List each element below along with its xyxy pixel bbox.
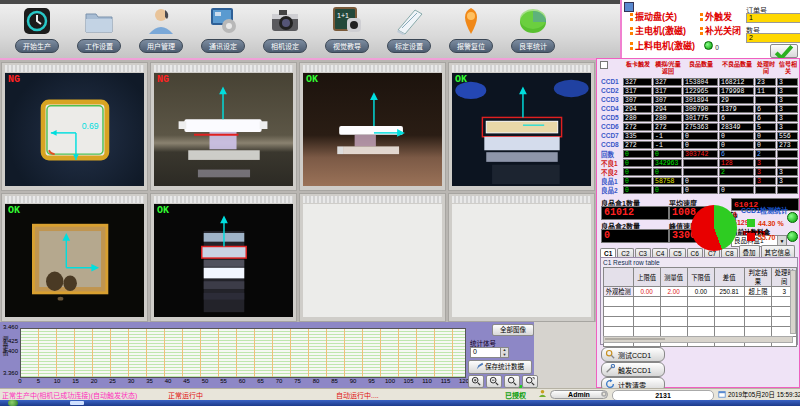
camera-view-7[interactable] — [299, 193, 446, 322]
windows-taskbar[interactable] — [0, 400, 800, 406]
stats-cell: 3 — [777, 168, 798, 176]
zoom-out-icon[interactable] — [486, 375, 502, 388]
toolbar-button-相机设定[interactable]: 相机设定 — [254, 6, 316, 56]
x-tick-label: 100 — [383, 378, 397, 384]
stats-col-header: 处理时间 — [755, 61, 777, 75]
stats-cell: 3 — [777, 78, 798, 86]
camera-view-1[interactable]: 0.69 NG — [1, 62, 148, 191]
camera-icon — [269, 6, 301, 38]
stats-row: CCD3307307301894293 — [599, 95, 799, 104]
x-tick-label: 40 — [161, 378, 175, 384]
toolbar-button-开始生产[interactable]: 开始生产 — [6, 6, 68, 56]
x-tick-label: 35 — [143, 378, 157, 384]
stats-cell: 301775 — [683, 114, 718, 122]
toolbar-button-label: 视觉教导 — [325, 39, 369, 53]
result-col-header: 差值 — [714, 268, 744, 287]
camera-view-2[interactable]: NG — [150, 62, 297, 191]
toolbar-button-标定设置[interactable]: 标定设置 — [378, 6, 440, 56]
stats-row: CCD8272-1000273 — [599, 140, 799, 149]
stats-row-label: CCD7 — [599, 132, 623, 139]
toolbar-button-报警复位[interactable]: 报警复位 — [440, 6, 502, 56]
svg-text:1+1: 1+1 — [337, 12, 349, 19]
tools-icon — [602, 364, 618, 375]
gear-icon[interactable] — [600, 390, 608, 399]
toolbar-button-label: 报警复位 — [449, 39, 493, 53]
stats-row: CCD2317317122965179998113 — [599, 86, 799, 95]
stats-cell: 0 — [623, 150, 652, 158]
camera-frame-strip — [5, 196, 144, 203]
quantity-field[interactable]: 2 — [746, 33, 800, 43]
toolbar-button-用户管理[interactable]: 用户管理 — [130, 6, 192, 56]
calendar-icon — [718, 390, 726, 399]
spinner-arrows[interactable]: ▲▼ — [500, 347, 509, 358]
stats-cell: 0 — [653, 186, 682, 194]
result-empty-row — [604, 307, 797, 317]
stats-cell: 280 — [623, 114, 652, 122]
camera-view-4[interactable]: OK — [448, 62, 595, 191]
x-tick-label: 105 — [402, 378, 416, 384]
x-tick-label: 25 — [106, 378, 120, 384]
stats-cell: 0 — [719, 141, 754, 149]
stats-col-header: 模拟/光量返回 — [653, 61, 683, 75]
pie-chart-title: CCD1检测统计 — [741, 205, 788, 215]
result-row-label: 外观检测 — [604, 287, 634, 297]
camera-view-6[interactable]: OK — [150, 193, 297, 322]
toolbar-button-通讯设定[interactable]: 通讯设定 — [192, 6, 254, 56]
stats-row: CCD4294294300790137963 — [599, 104, 799, 113]
zoom-select-icon[interactable] — [522, 375, 538, 388]
zoom-toolbar — [468, 375, 538, 388]
stats-cell: 317 — [623, 87, 652, 95]
camera-view-5[interactable]: OK — [1, 193, 148, 322]
camera-frame-strip — [452, 65, 591, 72]
toolbar-button-视觉教导[interactable]: 1+1视觉教导 — [316, 6, 378, 56]
stats-row: 回数0030374262 — [599, 149, 799, 158]
zoom-in-icon[interactable] — [468, 375, 484, 388]
stats-cell: 294 — [653, 105, 682, 113]
stats-row: CCD62722722753632834953 — [599, 122, 799, 131]
x-tick-label: 90 — [346, 378, 360, 384]
horizontal-scrollbar[interactable] — [603, 336, 793, 343]
button-触发CCD1[interactable]: 触发CCD1 — [601, 362, 665, 377]
x-tick-label: 50 — [198, 378, 212, 384]
start-button-icon[interactable] — [8, 400, 18, 406]
x-tick-label: 75 — [291, 378, 305, 384]
all-images-button[interactable]: 全部图像 — [492, 324, 534, 336]
save-statistics-button[interactable]: 保存统计数据 — [468, 360, 532, 374]
x-tick-label: 115 — [439, 378, 453, 384]
result-empty-row — [604, 297, 797, 307]
stats-cell — [777, 159, 798, 167]
stats-cell: 272 — [653, 123, 682, 131]
measure-value-text: 0.69 — [82, 121, 99, 131]
confirm-button[interactable] — [770, 44, 798, 58]
status-led-2 — [787, 231, 798, 242]
stats-cell: 307 — [653, 96, 682, 104]
camera-view-3[interactable]: OK — [299, 62, 446, 191]
toolbar-button-良率统计[interactable]: 良率统计 — [502, 6, 564, 56]
inspection-result-label: OK — [157, 205, 169, 216]
stats-cell: 327 — [653, 78, 682, 86]
measurement-plot-area — [20, 328, 466, 378]
stats-cell: 556 — [777, 132, 798, 140]
stats-cell — [683, 168, 718, 176]
order-number-field[interactable]: 1 — [746, 13, 800, 23]
x-tick-label: 0 — [13, 378, 27, 384]
taskbar-app-button[interactable] — [70, 401, 84, 405]
stats-cell — [719, 177, 754, 185]
toolbar-button-label: 相机设定 — [263, 39, 307, 53]
good-swatch-icon — [747, 219, 755, 227]
x-tick-label: 80 — [309, 378, 323, 384]
toolbar-button-label: 通讯设定 — [201, 39, 245, 53]
stats-col-header: 良品数量 — [683, 61, 719, 75]
result-cell: 超上限 — [744, 287, 772, 297]
vertical-scrollbar[interactable] — [790, 270, 796, 334]
result-empty-row — [604, 327, 797, 337]
camera-view-8[interactable] — [448, 193, 595, 322]
action-button-column: 测试CCD1触发CCD1计数清零 — [597, 347, 677, 389]
stat-number-spinner[interactable]: 0 — [470, 347, 502, 358]
stats-cell: 11 — [755, 87, 776, 95]
toolbar-button-工作设置[interactable]: 工作设置 — [68, 6, 130, 56]
stats-row-label: 良品2 — [599, 185, 623, 195]
table-checkbox[interactable] — [600, 61, 608, 69]
button-测试CCD1[interactable]: 测试CCD1 — [601, 347, 665, 362]
zoom-fit-icon[interactable] — [504, 375, 520, 388]
